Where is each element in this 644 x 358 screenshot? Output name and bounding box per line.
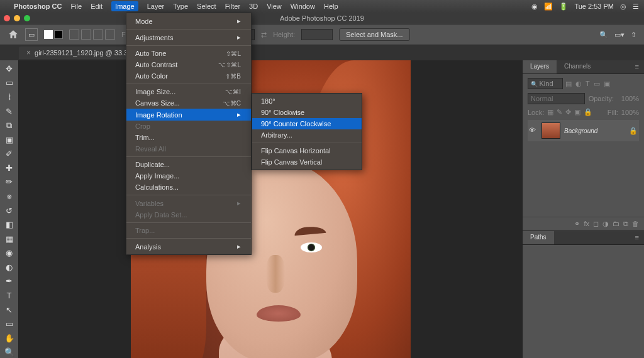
mi-90cw[interactable]: 90° Clockwise xyxy=(252,107,362,118)
lock-position-icon[interactable]: ✥ xyxy=(565,108,571,116)
list-icon[interactable]: ☰ xyxy=(633,3,639,11)
blend-mode-select[interactable]: Normal xyxy=(528,93,585,104)
dodge-tool-icon[interactable]: ◐ xyxy=(3,261,16,273)
mi-apply-image[interactable]: Apply Image... xyxy=(126,170,251,182)
filter-smart-icon[interactable]: ▣ xyxy=(604,80,610,88)
mi-trim[interactable]: Trim... xyxy=(126,132,251,143)
lock-paint-icon[interactable]: ✎ xyxy=(557,108,562,116)
filter-type-icon[interactable]: T xyxy=(586,80,590,88)
mi-duplicate[interactable]: Duplicate... xyxy=(126,159,251,170)
foreground-background-swatch[interactable] xyxy=(44,30,63,39)
pen-tool-icon[interactable]: ✒ xyxy=(3,276,16,288)
opacity-value[interactable]: 100% xyxy=(618,95,639,102)
hand-tool-icon[interactable]: ✋ xyxy=(3,332,16,344)
mi-analysis[interactable]: Analysis▸ xyxy=(126,241,251,252)
link-layers-icon[interactable]: ⚭ xyxy=(574,220,580,228)
paths-tab[interactable]: Paths xyxy=(523,231,554,244)
close-window-button[interactable] xyxy=(4,15,10,21)
mi-mode[interactable]: Mode▸ xyxy=(126,15,251,27)
close-tab-icon[interactable]: × xyxy=(26,48,31,57)
layers-tab[interactable]: Layers xyxy=(523,60,557,73)
path-tool-icon[interactable]: ↖ xyxy=(3,304,16,316)
layer-thumbnail[interactable] xyxy=(541,122,560,139)
selection-add-icon[interactable] xyxy=(81,30,91,40)
gradient-tool-icon[interactable]: ▦ xyxy=(3,233,16,245)
move-tool-icon[interactable]: ✥ xyxy=(3,63,16,75)
minimize-window-button[interactable] xyxy=(14,15,20,21)
clock[interactable]: Tue 2:53 PM xyxy=(574,3,614,10)
paths-menu-icon[interactable]: ≡ xyxy=(630,231,644,244)
filter-shape-icon[interactable]: ▭ xyxy=(594,80,600,88)
eyedropper-tool-icon[interactable]: ✐ xyxy=(3,148,16,160)
fill-value[interactable]: 100% xyxy=(621,109,639,116)
home-icon[interactable] xyxy=(8,29,19,40)
marquee-tool-icon[interactable]: ▭ xyxy=(3,77,16,89)
blur-tool-icon[interactable]: ◉ xyxy=(3,247,16,259)
filter-pixel-icon[interactable]: ▤ xyxy=(565,80,572,88)
panel-menu-icon[interactable]: ≡ xyxy=(630,60,644,73)
new-layer-icon[interactable]: ⧉ xyxy=(623,220,628,228)
mi-auto-tone[interactable]: Auto Tone⇧⌘L xyxy=(126,48,251,59)
menu-layer[interactable]: Layer xyxy=(147,3,165,10)
siri-icon[interactable]: ◎ xyxy=(620,3,626,11)
kind-filter[interactable]: 🔍 Kind xyxy=(528,78,563,89)
cc-icon[interactable]: ◉ xyxy=(531,3,538,11)
layer-row[interactable]: 👁 Background 🔒 xyxy=(528,120,639,141)
zoom-window-button[interactable] xyxy=(24,15,30,21)
menu-file[interactable]: File xyxy=(70,3,82,10)
lasso-tool-icon[interactable]: ⌇ xyxy=(3,91,16,103)
type-tool-icon[interactable]: T xyxy=(3,290,16,301)
delete-layer-icon[interactable]: 🗑 xyxy=(632,220,639,228)
wifi-icon[interactable]: 📶 xyxy=(544,3,553,11)
layer-fx-icon[interactable]: fx xyxy=(584,220,589,228)
mi-flip-h[interactable]: Flip Canvas Horizontal xyxy=(252,145,362,156)
selection-intersect-icon[interactable] xyxy=(105,30,115,40)
app-name[interactable]: Photoshop CC xyxy=(14,3,62,10)
eraser-tool-icon[interactable]: ◧ xyxy=(3,219,16,231)
group-icon[interactable]: 🗀 xyxy=(613,220,619,228)
stamp-tool-icon[interactable]: ⎈ xyxy=(3,190,16,202)
menu-3d[interactable]: 3D xyxy=(249,3,258,10)
crop-tool-icon[interactable]: ⧉ xyxy=(3,119,16,131)
battery-icon[interactable]: 🔋 xyxy=(559,3,568,11)
lock-all-icon[interactable]: 🔒 xyxy=(584,108,592,116)
workspace-icon[interactable]: ▭▾ xyxy=(614,31,625,39)
marquee-preset-icon[interactable]: ▭ xyxy=(25,28,38,41)
visibility-eye-icon[interactable]: 👁 xyxy=(529,126,538,135)
share-icon[interactable]: ⇧ xyxy=(631,31,636,39)
select-and-mask-button[interactable]: Select and Mask... xyxy=(339,28,410,41)
selection-new-icon[interactable] xyxy=(69,30,79,40)
adjustment-layer-icon[interactable]: ◑ xyxy=(602,220,609,228)
mi-90ccw[interactable]: 90° Counter Clockwise xyxy=(252,118,362,129)
height-input[interactable] xyxy=(301,29,333,40)
menu-help[interactable]: Help xyxy=(324,3,338,10)
mi-flip-v[interactable]: Flip Canvas Vertical xyxy=(252,156,362,168)
document-tab[interactable]: × girl-2359121_1920.jpg @ 33.3% xyxy=(19,46,142,59)
layer-mask-icon[interactable]: ◻ xyxy=(593,220,599,228)
menu-select[interactable]: Select xyxy=(197,3,216,10)
mi-image-rotation[interactable]: Image Rotation▸ xyxy=(126,109,251,121)
mi-arbitrary[interactable]: Arbitrary... xyxy=(252,129,362,141)
selection-subtract-icon[interactable] xyxy=(93,30,103,40)
menu-edit[interactable]: Edit xyxy=(91,3,103,10)
menu-view[interactable]: View xyxy=(267,3,282,10)
mi-canvas-size[interactable]: Canvas Size...⌥⌘C xyxy=(126,97,251,109)
search-icon[interactable]: 🔍 xyxy=(599,31,608,39)
channels-tab[interactable]: Channels xyxy=(557,60,598,73)
brush-tool-icon[interactable]: ✏ xyxy=(3,176,16,188)
shape-tool-icon[interactable]: ▭ xyxy=(3,318,16,330)
lock-pixels-icon[interactable]: ▦ xyxy=(547,108,553,116)
lock-artboard-icon[interactable]: ▣ xyxy=(574,108,580,116)
mi-auto-color[interactable]: Auto Color⇧⌘B xyxy=(126,70,251,82)
history-brush-tool-icon[interactable]: ↺ xyxy=(3,205,16,217)
menu-window[interactable]: Window xyxy=(291,3,315,10)
filter-adjust-icon[interactable]: ◐ xyxy=(575,80,582,88)
menu-type[interactable]: Type xyxy=(173,3,188,10)
quick-select-tool-icon[interactable]: ✎ xyxy=(3,106,16,117)
mi-calculations[interactable]: Calculations... xyxy=(126,182,251,193)
mi-auto-contrast[interactable]: Auto Contrast⌥⇧⌘L xyxy=(126,59,251,70)
healing-tool-icon[interactable]: ✚ xyxy=(3,162,16,174)
mi-180[interactable]: 180° xyxy=(252,95,362,107)
layer-lock-icon[interactable]: 🔒 xyxy=(629,127,638,135)
mi-adjustments[interactable]: Adjustments▸ xyxy=(126,31,251,43)
